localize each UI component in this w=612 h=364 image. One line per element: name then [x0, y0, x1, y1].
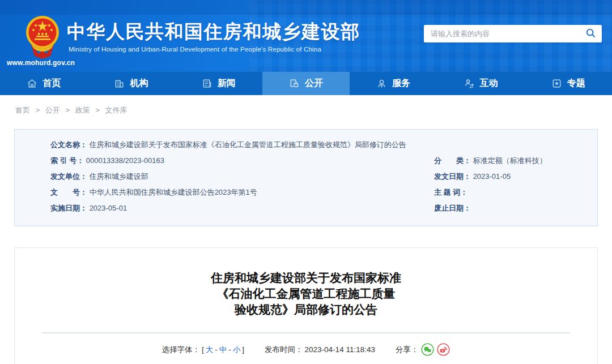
font-size-medium-link[interactable]: 中 [219, 345, 227, 355]
person-arrows-icon [464, 78, 475, 89]
nav-tab-topics[interactable]: 专题 [525, 72, 612, 95]
header-top-shade [0, 0, 612, 15]
font-selector-dash: - [215, 345, 218, 354]
index-number-row: 索 引 号： 000013338/2023-00163 [50, 153, 434, 169]
index-number-label: 索 引 号： [50, 156, 84, 165]
search-button[interactable] [579, 25, 602, 42]
breadcrumb-separator: > [65, 106, 70, 114]
breadcrumb: 首页 > 公开 > 政策 > 文件库 [15, 105, 131, 115]
effective-date-label: 实施日期： [50, 204, 87, 212]
nav-tab-label: 公开 [305, 78, 323, 89]
article-meta-bar: 选择字体： [ 大 - 中 - 小 ] 发布时间： 2023-04-14 11:… [15, 343, 597, 356]
article-title-line: 《石油化工金属管道工程施工质量 [15, 286, 597, 302]
font-size-selector: 选择字体： [ 大 - 中 - 小 ] [162, 345, 245, 355]
breadcrumb-policy[interactable]: 政策 [75, 106, 90, 114]
category-value: 标准定额（标准科技） [473, 156, 547, 165]
repeal-date-label: 废止日期： [434, 204, 471, 212]
doc-number-value: 中华人民共和国住房和城乡建设部公告2023年第1号 [90, 188, 257, 196]
search-box [424, 25, 602, 42]
person-pin-icon [376, 78, 387, 89]
publish-time-label: 发布时间： [265, 345, 303, 355]
font-selector-label: 选择字体： [162, 345, 201, 355]
category-label: 分 类： [434, 156, 471, 165]
breadcrumb-separator: > [36, 106, 40, 114]
subject-words-row: 主 题 词： [434, 185, 597, 200]
breadcrumb-disclosure[interactable]: 公开 [45, 106, 60, 114]
nav-tab-label: 首页 [42, 78, 61, 89]
doc-name-label: 公文名称： [50, 140, 87, 149]
effective-date-value: 2023-05-01 [90, 204, 128, 212]
share-label: 分享： [396, 345, 419, 355]
publish-time-value: 2023-04-14 11:18:43 [305, 345, 375, 354]
doc-name-value: 住房和城乡建设部关于发布国家标准《石油化工金属管道工程施工质量验收规范》局部修订… [90, 140, 406, 149]
font-size-large-link[interactable]: 大 [206, 345, 214, 355]
nav-tab-label: 服务 [392, 78, 410, 89]
breadcrumb-library[interactable]: 文件库 [105, 106, 128, 114]
national-emblem-logo [25, 14, 60, 61]
article-card: 住房和城乡建设部关于发布国家标准 《石油化工金属管道工程施工质量 验收规范》局部… [14, 247, 598, 364]
publish-time: 发布时间： 2023-04-14 11:18:43 [265, 345, 375, 355]
nav-tab-interaction[interactable]: 互动 [437, 72, 524, 95]
site-header: www.mohurd.gov.cn 中华人民共和国住房和城乡建设部 Minist… [0, 0, 612, 72]
site-title: 中华人民共和国住房和城乡建设部 [67, 19, 360, 45]
share-group: 分享： [396, 343, 450, 356]
article-title-line: 住房和城乡建设部关于发布国家标准 [15, 270, 597, 286]
font-selector-bracket: [ [202, 345, 204, 354]
doc-number-row: 文 号： 中华人民共和国住房和城乡建设部公告2023年第1号 [50, 185, 434, 200]
nav-tab-label: 机构 [130, 78, 148, 89]
search-input[interactable] [424, 25, 579, 42]
font-selector-bracket: ] [242, 345, 244, 354]
title-divider [42, 332, 570, 333]
site-url: www.mohurd.gov.cn [7, 59, 75, 67]
issuing-unit-value: 住房和城乡建设部 [90, 172, 148, 181]
nav-tab-org[interactable]: 机构 [87, 72, 175, 95]
site-subtitle-english: Ministry of Housing and Urban-Rural Deve… [69, 46, 321, 53]
main-navigation: 首页 机构 新闻 公开 [0, 72, 612, 95]
breadcrumb-separator: > [95, 106, 100, 114]
article-title-line: 验收规范》局部修订的公告 [15, 302, 597, 318]
issuing-unit-label: 发文单位： [50, 172, 87, 181]
nav-tab-news[interactable]: 新闻 [175, 72, 262, 95]
star-box-icon [551, 78, 562, 89]
article-title: 住房和城乡建设部关于发布国家标准 《石油化工金属管道工程施工质量 验收规范》局部… [15, 270, 597, 318]
repeal-date-row: 废止日期： [434, 200, 597, 216]
nav-tab-label: 新闻 [218, 78, 236, 89]
wechat-share-icon[interactable] [421, 343, 434, 356]
issue-date-value: 2023-01-05 [473, 172, 511, 181]
breadcrumb-home[interactable]: 首页 [15, 106, 30, 114]
doc-name-row: 公文名称： 住房和城乡建设部关于发布国家标准《石油化工金属管道工程施工质量验收规… [50, 137, 597, 153]
search-icon [585, 28, 596, 40]
weibo-share-icon[interactable] [437, 343, 450, 356]
nav-tab-label: 互动 [480, 78, 498, 89]
nav-tab-home[interactable]: 首页 [0, 72, 87, 95]
news-icon [202, 78, 212, 89]
issuing-unit-row: 发文单位： 住房和城乡建设部 [50, 169, 434, 185]
home-icon [27, 78, 37, 89]
nav-tab-disclosure[interactable]: 公开 [262, 72, 350, 95]
font-size-small-link[interactable]: 小 [233, 345, 241, 355]
doc-number-label: 文 号： [50, 188, 87, 196]
issue-date-row: 发文日期： 2023-01-05 [434, 169, 597, 185]
font-selector-dash: - [228, 345, 231, 354]
nav-tab-services[interactable]: 服务 [350, 72, 437, 95]
category-row: 分 类： 标准定额（标准科技） [434, 153, 597, 169]
document-lock-icon [289, 78, 300, 89]
effective-date-row: 实施日期： 2023-05-01 [50, 200, 434, 216]
document-info-panel: 公文名称： 住房和城乡建设部关于发布国家标准《石油化工金属管道工程施工质量验收规… [14, 129, 598, 226]
issue-date-label: 发文日期： [434, 172, 471, 181]
nav-tab-label: 专题 [567, 78, 585, 89]
building-icon [114, 78, 125, 89]
subject-words-label: 主 题 词： [434, 188, 468, 196]
index-number-value: 000013338/2023-00163 [86, 156, 164, 165]
